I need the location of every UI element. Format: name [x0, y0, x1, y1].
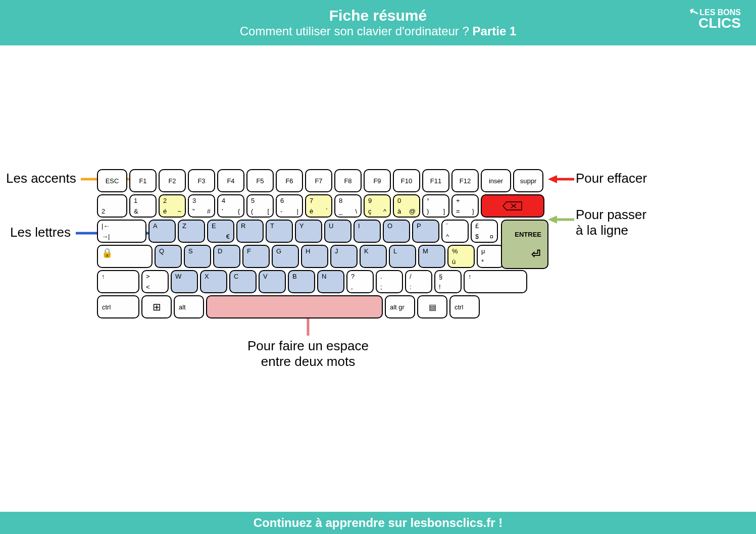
key[interactable]: 3"# — [188, 194, 215, 218]
key[interactable]: ¨^ — [441, 220, 469, 243]
key[interactable]: 1& — [129, 194, 157, 218]
key[interactable]: Z — [178, 220, 205, 243]
key[interactable]: F2 — [159, 169, 186, 192]
key[interactable]: T — [266, 220, 293, 243]
enter-icon: ⏎ — [531, 248, 540, 261]
key-label: F10 — [401, 177, 412, 185]
key[interactable]: §! — [434, 270, 462, 293]
key[interactable]: U — [324, 220, 351, 243]
key[interactable]: N — [317, 270, 344, 293]
key[interactable]: W — [171, 270, 198, 293]
key[interactable]: F4 — [217, 169, 244, 192]
enter-key[interactable]: ENTREE ⏎ — [501, 220, 548, 269]
key-label-br: € — [226, 233, 230, 240]
key[interactable]: 8_\ — [334, 194, 362, 218]
page-subtitle: Comment utiliser son clavier d'ordinateu… — [240, 24, 517, 38]
key-label-tl: Y — [299, 222, 304, 230]
key[interactable]: μ* — [477, 245, 504, 268]
key[interactable]: F1 — [129, 169, 157, 192]
label-newline: Pour passer à la ligne — [576, 207, 646, 238]
key[interactable]: F11 — [422, 169, 449, 192]
key[interactable]: ↑ — [97, 270, 139, 293]
header-banner: Fiche résumé Comment utiliser son clavie… — [0, 0, 756, 45]
key-label-bl: < — [146, 283, 150, 291]
key[interactable]: A — [148, 220, 176, 243]
key[interactable]: +=} — [451, 194, 479, 218]
key[interactable]: ↑ — [464, 270, 527, 293]
key[interactable]: 4'{ — [217, 194, 244, 218]
key[interactable]: P — [412, 220, 439, 243]
key[interactable]: B — [288, 270, 315, 293]
capslock-key[interactable]: 🔒 — [97, 245, 153, 268]
key[interactable]: ctrl — [449, 295, 480, 318]
key[interactable]: |←→| — [97, 220, 146, 243]
key[interactable]: alt — [174, 295, 204, 318]
key[interactable]: .; — [376, 270, 403, 293]
key[interactable]: alt gr — [385, 295, 415, 318]
key[interactable]: /: — [405, 270, 432, 293]
key[interactable]: F6 — [276, 169, 303, 192]
space-key[interactable] — [206, 295, 383, 318]
key[interactable]: F — [242, 245, 270, 268]
key[interactable]: ESC — [97, 169, 127, 192]
key[interactable]: H — [301, 245, 328, 268]
key[interactable]: O — [383, 220, 410, 243]
key[interactable]: Q — [155, 245, 182, 268]
backspace-key[interactable] — [481, 194, 544, 218]
key[interactable]: F10 — [393, 169, 420, 192]
key-label-tl: |← — [102, 222, 110, 230]
key-label-bl: " — [192, 207, 195, 215]
key-label-bl: →| — [102, 233, 110, 240]
key-label-tl: ↑ — [102, 273, 105, 280]
key[interactable]: J — [330, 245, 358, 268]
key[interactable]: R — [236, 220, 264, 243]
key[interactable]: X — [200, 270, 227, 293]
key[interactable]: suppr — [513, 169, 543, 192]
key[interactable]: ?, — [346, 270, 374, 293]
key-label-bl: ! — [439, 283, 441, 291]
windows-key[interactable]: ⊞ — [141, 295, 172, 318]
keyboard-row-bottom: ctrl⊞altalt gr▤ctrl — [97, 295, 544, 318]
key[interactable]: K — [360, 245, 387, 268]
key-label-tl: 1 — [134, 197, 137, 204]
key[interactable]: 5([ — [246, 194, 274, 218]
key[interactable]: S — [184, 245, 211, 268]
key[interactable]: ctrl — [97, 295, 139, 318]
key[interactable]: I — [354, 220, 381, 243]
key[interactable]: inser — [481, 169, 511, 192]
key[interactable]: F12 — [451, 169, 479, 192]
key[interactable]: Y — [295, 220, 322, 243]
key[interactable]: 9ç^ — [364, 194, 391, 218]
menu-key[interactable]: ▤ — [417, 295, 447, 318]
key[interactable]: £$¤ — [471, 220, 498, 243]
key[interactable]: F7 — [305, 169, 332, 192]
key[interactable]: 2é~ — [159, 194, 186, 218]
key[interactable]: °)] — [422, 194, 449, 218]
label-space-1: Pour faire un espace — [247, 338, 369, 353]
key[interactable]: F8 — [334, 169, 362, 192]
key[interactable]: M — [418, 245, 445, 268]
key[interactable]: 7è` — [305, 194, 332, 218]
key-label-tl: O — [387, 222, 392, 230]
key[interactable]: F9 — [364, 169, 391, 192]
key-label-bl: _ — [339, 207, 342, 215]
key[interactable]: %ù — [447, 245, 475, 268]
key[interactable]: D — [213, 245, 240, 268]
key[interactable]: 6-| — [276, 194, 303, 218]
key-label-bl: ç — [368, 207, 372, 215]
key[interactable]: E€ — [207, 220, 234, 243]
key[interactable]: F3 — [188, 169, 215, 192]
key[interactable]: L — [389, 245, 416, 268]
key[interactable]: 0à@ — [393, 194, 420, 218]
key[interactable]: V — [259, 270, 286, 293]
key-label-tl: 6 — [280, 197, 284, 204]
key-label-tl: ↑ — [468, 273, 472, 280]
key[interactable]: G — [272, 245, 299, 268]
key[interactable]: 2 — [97, 194, 127, 218]
key[interactable]: >< — [141, 270, 169, 293]
key[interactable]: F5 — [246, 169, 274, 192]
key-label-bl: ( — [251, 207, 253, 215]
label-accents: Les accents — [6, 171, 76, 186]
key[interactable]: C — [229, 270, 257, 293]
backspace-icon — [502, 201, 523, 210]
